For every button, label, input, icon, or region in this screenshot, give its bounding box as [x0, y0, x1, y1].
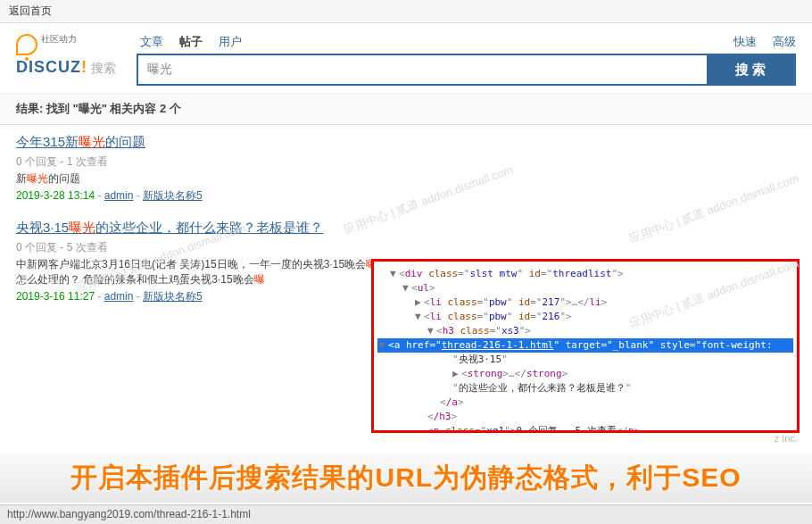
result-summary: 结果: 找到 "曝光" 相关内容 2 个	[0, 93, 812, 125]
bulb-icon	[16, 34, 37, 55]
status-bar: http://www.bangyang2019.com/thread-216-1…	[0, 504, 812, 524]
logo[interactable]: 社区动力 DISCUZ!搜索	[16, 34, 137, 77]
result-meta: 0 个回复 - 5 次查看	[16, 240, 796, 255]
logo-sub: 社区动力	[41, 34, 77, 45]
result-snippet: 新曝光的问题	[16, 171, 796, 187]
logo-search-label: 搜索	[91, 61, 116, 75]
author-link[interactable]: admin	[104, 189, 134, 202]
result-item: 今年315新曝光的问题 0 个回复 - 1 次查看 新曝光的问题 2019-3-…	[16, 134, 796, 204]
devtools-panel: ▼<div class="slst mtw" id="threadlist"> …	[371, 259, 800, 433]
tab-article[interactable]: 文章	[140, 34, 163, 50]
result-meta: 0 个回复 - 1 次查看	[16, 154, 796, 170]
result-title-link[interactable]: 央视3·15曝光的这些企业，都什么来路？老板是谁？	[16, 220, 323, 235]
devtools-selected-line[interactable]: ▼<a href="thread-216-1-1.html" target="_…	[377, 338, 793, 353]
tab-user[interactable]: 用户	[219, 34, 242, 50]
forum-link[interactable]: 新版块名称5	[143, 189, 203, 202]
back-home-link[interactable]: 返回首页	[9, 4, 52, 17]
promo-banner: 开启本插件后搜索结果的URL为伪静态格式，利于SEO	[0, 453, 812, 503]
tab-advanced[interactable]: 高级	[773, 34, 796, 50]
author-link[interactable]: admin	[104, 290, 134, 303]
forum-link[interactable]: 新版块名称5	[143, 290, 203, 303]
result-title-link[interactable]: 今年315新曝光的问题	[16, 134, 145, 149]
search-button[interactable]: 搜 索	[707, 55, 794, 84]
copyright-frag: z Inc.	[775, 433, 798, 444]
search-tabs: 文章 帖子 用户 快速高级	[137, 34, 796, 50]
result-footer: 2019-3-28 13:14 - admin - 新版块名称5	[16, 188, 796, 204]
tab-thread[interactable]: 帖子	[179, 34, 203, 50]
header: 社区动力 DISCUZ!搜索 文章 帖子 用户 快速高级 搜 索	[0, 23, 812, 93]
search-input[interactable]	[138, 55, 707, 84]
logo-brand: DISCUZ!	[16, 58, 87, 76]
tab-quick[interactable]: 快速	[733, 34, 757, 50]
